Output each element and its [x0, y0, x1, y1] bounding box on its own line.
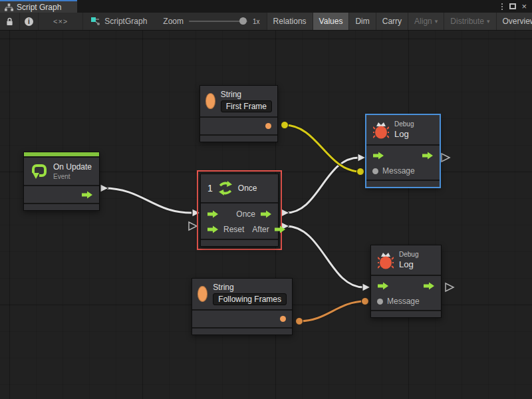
overview-button[interactable]: Overview [496, 13, 532, 30]
on-update-loop-icon [31, 164, 48, 180]
after-output-port[interactable] [274, 225, 286, 233]
graph-tab-icon [5, 3, 13, 11]
node-category: Debug [394, 120, 414, 128]
wire-endpoint-dot [357, 168, 364, 176]
string-value-input[interactable]: First Frame [221, 100, 272, 112]
lock-button[interactable] [0, 13, 20, 30]
log-exec-output-port[interactable] [422, 152, 434, 160]
string-value-input[interactable]: Following Frames [213, 293, 287, 305]
once-exec-input-port[interactable] [207, 210, 219, 218]
info-icon: i [25, 17, 33, 26]
bug-icon [373, 121, 389, 139]
event-accent-bar [24, 152, 99, 156]
node-title: String [221, 90, 272, 99]
wire-endpoint-dot [281, 122, 289, 129]
dim-button[interactable]: Dim [348, 13, 375, 30]
window-controls: × [500, 0, 532, 13]
wire-endpoint-dot [296, 318, 303, 325]
node-footer [371, 311, 441, 317]
tab-script-graph[interactable]: Script Graph [0, 0, 77, 13]
log-exec-input-port[interactable] [372, 152, 384, 160]
code-view-button[interactable]: <×> [39, 13, 83, 30]
distribute-dropdown[interactable]: Distribute ▾ [444, 13, 495, 30]
message-label: Message [382, 166, 415, 176]
debugbottom-out-hint[interactable] [446, 283, 454, 291]
reset-input-label: Reset [223, 225, 244, 234]
node-category: Debug [399, 251, 418, 258]
exec-output-port[interactable] [81, 191, 93, 199]
node-title: On Update [53, 162, 92, 172]
graph-canvas[interactable]: On Update Event String First Frame [0, 31, 532, 399]
chevron-down-icon: ▾ [487, 18, 490, 25]
relations-button[interactable]: Relations [267, 13, 313, 30]
node-footer [24, 204, 99, 210]
once-count-badge: 1 [207, 183, 213, 194]
window-menu-icon[interactable] [500, 2, 504, 11]
wire-string-to-message-bottom[interactable] [299, 301, 365, 321]
debugtop-out-hint[interactable] [442, 154, 450, 162]
wire-end-arrow [358, 154, 366, 162]
node-string-following-frames[interactable]: String Following Frames [192, 278, 293, 335]
node-on-update[interactable]: On Update Event [23, 152, 100, 211]
tab-label: Script Graph [17, 3, 61, 12]
reset-input-port[interactable] [207, 225, 219, 233]
maximize-icon[interactable] [509, 3, 516, 9]
string-output-port[interactable] [280, 316, 286, 322]
node-subtitle: Event [53, 173, 92, 180]
wire-onupdate-to-once[interactable] [104, 188, 192, 213]
node-footer [201, 240, 278, 246]
wire-start-arrow [100, 184, 108, 192]
log-exec-output-port[interactable] [423, 282, 435, 290]
script-graph-window: Script Graph × i <×> ScriptGraph [0, 0, 532, 399]
align-dropdown[interactable]: Align ▾ [408, 13, 444, 30]
graph-toolbar: i <×> ScriptGraph Zoom 1x Relations Valu… [0, 13, 532, 31]
carry-button[interactable]: Carry [376, 13, 408, 30]
message-input-port[interactable] [372, 168, 378, 174]
wire-after-to-debugbottom[interactable] [286, 226, 364, 287]
log-exec-input-port[interactable] [377, 282, 389, 290]
align-label: Align [414, 17, 432, 26]
node-footer [200, 136, 277, 142]
tab-bar: Script Graph × [0, 0, 532, 13]
zoom-label: Zoom [163, 17, 184, 26]
node-string-first-frame[interactable]: String First Frame [200, 85, 278, 142]
string-type-icon [198, 286, 207, 302]
values-button[interactable]: Values [313, 13, 349, 30]
reset-port-hint[interactable] [189, 222, 197, 230]
wire-once-to-debugtop[interactable] [286, 158, 359, 213]
graph-breadcrumb[interactable]: ScriptGraph [83, 13, 156, 30]
zoom-value: 1x [253, 18, 260, 25]
selection-outline: 1 Once [197, 170, 282, 250]
node-footer [192, 329, 292, 334]
chevron-down-icon: ▾ [435, 18, 438, 25]
distribute-label: Distribute [450, 17, 484, 26]
node-title: Log [399, 259, 418, 269]
wire-start-arrow [281, 209, 289, 217]
script-graph-icon [91, 17, 100, 26]
graph-name-label: ScriptGraph [104, 17, 147, 26]
once-cycle-icon [218, 180, 233, 196]
zoom-slider-handle[interactable] [239, 17, 247, 25]
message-input-port[interactable] [377, 299, 383, 305]
node-debug-log-top[interactable]: Debug Log Message [366, 114, 440, 188]
wire-end-arrow [362, 283, 370, 291]
zoom-slider[interactable] [189, 21, 247, 22]
after-output-label: After [252, 225, 269, 234]
close-icon[interactable]: × [521, 2, 527, 11]
message-label: Message [387, 297, 420, 306]
toolbar-buttons: Relations Values Dim Carry Align ▾ Distr… [267, 13, 532, 30]
node-title: Log [394, 129, 414, 139]
string-output-port[interactable] [265, 123, 271, 129]
wire-string-to-message-top[interactable] [285, 125, 360, 172]
once-output-label: Once [236, 209, 255, 219]
string-type-icon [205, 93, 215, 109]
zoom-control: Zoom 1x [156, 13, 266, 30]
once-output-port[interactable] [260, 210, 272, 218]
node-title: String [213, 283, 287, 292]
inspector-toggle-button[interactable]: i [20, 13, 39, 30]
node-once[interactable]: 1 Once [200, 174, 279, 247]
node-footer [366, 181, 440, 187]
bug-icon [378, 251, 394, 269]
lock-icon [6, 17, 13, 26]
node-debug-log-bottom[interactable]: Debug Log Message [370, 245, 442, 318]
